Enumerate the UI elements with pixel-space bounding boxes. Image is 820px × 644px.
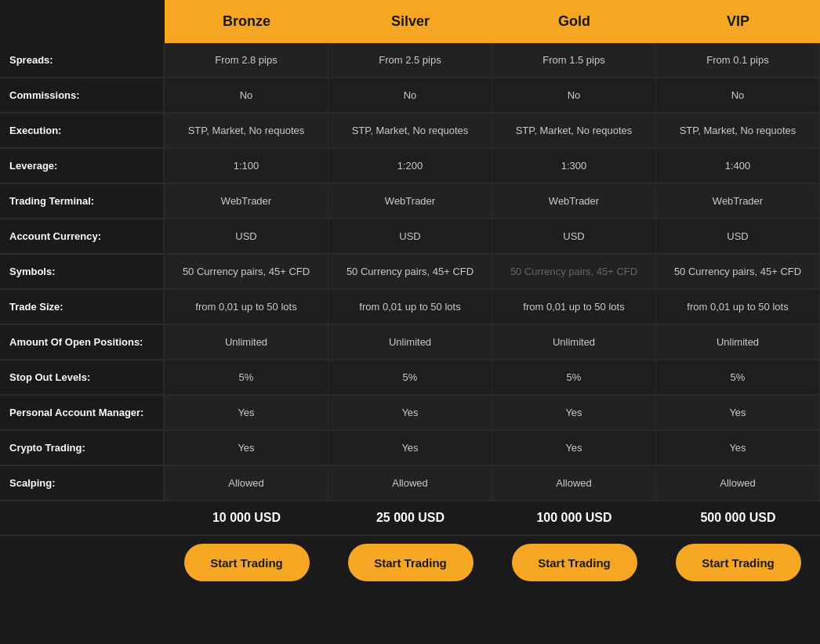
button-vip-cell: Start Trading [656,544,820,581]
row-value-9-1: 5% [328,360,492,394]
amount-row: 10 000 USD 25 000 USD 100 000 USD 500 00… [0,501,820,536]
row-value-2-0: STP, Market, No requotes [165,114,328,147]
data-row-5: Account Currency:USDUSDUSDUSD [0,219,820,255]
row-value-11-0: Yes [165,431,328,465]
row-value-3-1: 1:200 [328,149,492,183]
row-label-12: Scalping: [0,466,165,500]
row-value-12-3: Allowed [656,466,820,500]
row-value-11-3: Yes [656,431,820,465]
data-row-9: Stop Out Levels:5%5%5%5% [0,360,820,396]
row-label-4: Trading Terminal: [0,184,165,218]
data-row-2: Execution:STP, Market, No requotesSTP, M… [0,114,820,149]
row-value-10-2: Yes [492,396,656,429]
row-value-1-0: No [165,78,328,112]
row-label-9: Stop Out Levels: [0,360,165,394]
row-value-1-3: No [656,78,820,112]
row-value-1-1: No [328,78,492,112]
row-value-11-2: Yes [492,431,656,465]
amount-gold: 100 000 USD [492,511,656,525]
row-value-4-0: WebTrader [165,184,328,218]
header-empty [0,0,165,43]
row-value-5-1: USD [328,219,492,253]
data-row-8: Amount Of Open Positions:UnlimitedUnlimi… [0,325,820,360]
header-bronze: Bronze [165,0,328,43]
row-label-11: Crypto Trading: [0,431,165,465]
header-row: Bronze Silver Gold VIP [0,0,820,43]
amount-empty [0,511,165,525]
row-value-8-3: Unlimited [656,325,820,359]
row-value-3-3: 1:400 [656,149,820,183]
row-value-10-1: Yes [328,396,492,429]
header-silver: Silver [328,0,492,43]
row-value-9-2: 5% [492,360,656,394]
row-value-9-0: 5% [165,360,328,394]
row-value-3-0: 1:100 [165,149,328,183]
row-value-1-2: No [492,78,656,112]
row-value-8-2: Unlimited [492,325,656,359]
amount-vip: 500 000 USD [656,511,820,525]
row-label-0: Spreads: [0,43,165,77]
header-vip: VIP [656,0,820,43]
row-label-1: Commissions: [0,78,165,112]
start-trading-silver-button[interactable]: Start Trading [348,544,473,581]
data-row-11: Crypto Trading:YesYesYesYes [0,431,820,466]
start-trading-bronze-button[interactable]: Start Trading [184,544,310,581]
comparison-table: Bronze Silver Gold VIP Spreads:From 2.8 … [0,0,820,594]
button-bronze-cell: Start Trading [165,544,328,581]
data-row-10: Personal Account Manager:YesYesYesYes [0,396,820,431]
row-value-7-2: from 0,01 up to 50 lots [492,290,656,324]
row-value-10-3: Yes [656,396,820,429]
data-row-6: Symbols:50 Currency pairs, 45+ CFD50 Cur… [0,255,820,290]
row-value-8-0: Unlimited [165,325,328,359]
row-value-11-1: Yes [328,431,492,465]
row-value-4-2: WebTrader [492,184,656,218]
row-value-5-0: USD [165,219,328,253]
row-label-10: Personal Account Manager: [0,396,165,429]
button-silver-cell: Start Trading [328,544,492,581]
row-value-2-1: STP, Market, No requotes [328,114,492,147]
data-row-4: Trading Terminal:WebTraderWebTraderWebTr… [0,184,820,219]
row-value-0-0: From 2.8 pips [165,43,328,77]
header-gold: Gold [492,0,656,43]
row-label-3: Leverage: [0,149,165,183]
row-value-0-2: From 1.5 pips [492,43,656,77]
row-value-12-2: Allowed [492,466,656,500]
row-value-7-1: from 0,01 up to 50 lots [328,290,492,324]
row-value-4-1: WebTrader [328,184,492,218]
row-label-6: Symbols: [0,255,165,288]
row-value-7-3: from 0,01 up to 50 lots [656,290,820,324]
row-value-2-3: STP, Market, No requotes [656,114,820,147]
row-value-5-3: USD [656,219,820,253]
row-value-6-2: 50 Currency pairs, 45+ CFD [492,255,656,288]
row-value-7-0: from 0,01 up to 50 lots [165,290,328,324]
row-value-0-3: From 0.1 pips [656,43,820,77]
start-trading-vip-button[interactable]: Start Trading [676,544,801,581]
row-value-12-1: Allowed [328,466,492,500]
amount-bronze: 10 000 USD [165,511,328,525]
row-value-3-2: 1:300 [492,149,656,183]
row-value-2-2: STP, Market, No requotes [492,114,656,147]
row-value-6-1: 50 Currency pairs, 45+ CFD [328,255,492,288]
row-value-6-3: 50 Currency pairs, 45+ CFD [656,255,820,288]
row-value-8-1: Unlimited [328,325,492,359]
start-trading-gold-button[interactable]: Start Trading [512,544,637,581]
row-value-10-0: Yes [165,396,328,429]
button-empty [0,544,165,581]
button-row: Start Trading Start Trading Start Tradin… [0,536,820,594]
row-label-5: Account Currency: [0,219,165,253]
row-value-4-3: WebTrader [656,184,820,218]
row-label-7: Trade Size: [0,290,165,324]
data-row-7: Trade Size:from 0,01 up to 50 lotsfrom 0… [0,290,820,325]
row-value-5-2: USD [492,219,656,253]
amount-silver: 25 000 USD [328,511,492,525]
data-row-12: Scalping:AllowedAllowedAllowedAllowed [0,466,820,501]
data-row-1: Commissions:NoNoNoNo [0,78,820,114]
row-value-6-0: 50 Currency pairs, 45+ CFD [165,255,328,288]
row-value-12-0: Allowed [165,466,328,500]
data-row-0: Spreads:From 2.8 pipsFrom 2.5 pipsFrom 1… [0,43,820,78]
row-value-9-3: 5% [656,360,820,394]
rows-container: Spreads:From 2.8 pipsFrom 2.5 pipsFrom 1… [0,43,820,501]
row-label-2: Execution: [0,114,165,147]
data-row-3: Leverage:1:1001:2001:3001:400 [0,149,820,184]
row-label-8: Amount Of Open Positions: [0,325,165,359]
